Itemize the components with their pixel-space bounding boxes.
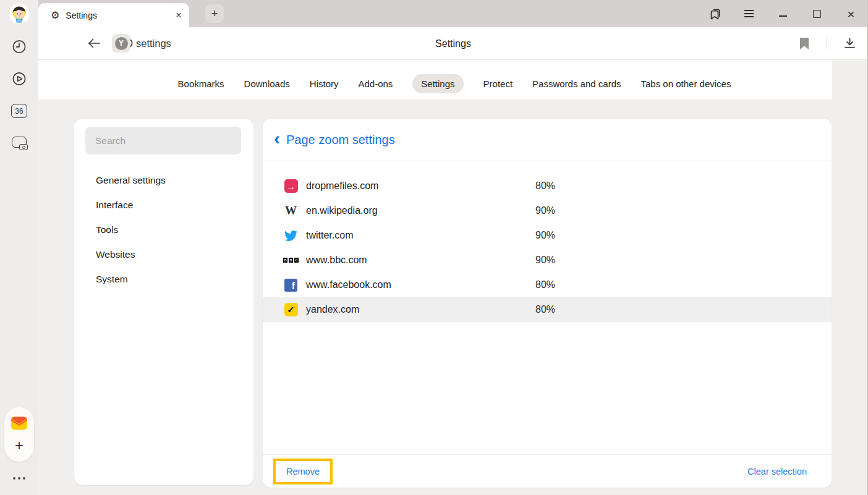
tab-add-ons[interactable]: Add-ons <box>358 78 393 89</box>
yandex-mail-icon[interactable] <box>10 414 28 433</box>
screenshot-camera-icon[interactable] <box>12 137 27 149</box>
window-tab-bar: ⚙ Settings × + × <box>38 0 868 27</box>
tab-close-icon[interactable]: × <box>176 10 182 20</box>
history-clock-icon[interactable] <box>11 38 28 55</box>
site-row-dropmefiles[interactable]: → dropmefiles.com 80% <box>263 174 832 198</box>
tab-settings[interactable]: Settings <box>412 74 463 93</box>
browser-sidebar: 36 + <box>0 0 38 495</box>
sidebar-overflow-menu-icon[interactable] <box>13 477 25 480</box>
wikipedia-w-glyph: W <box>285 204 297 218</box>
settings-sections-panel: General settings Interface Tools Website… <box>74 119 253 485</box>
bbc-logo-icon: B B C <box>284 253 298 268</box>
site-domain: twitter.com <box>306 230 353 241</box>
site-favicon-chip[interactable]: Y <box>112 34 130 53</box>
tab-counter-icon[interactable]: 36 <box>11 104 27 118</box>
downloads-icon[interactable] <box>844 38 856 49</box>
site-domain: yandex.com <box>306 304 359 315</box>
window-maximize-button[interactable] <box>800 0 834 27</box>
page-title: Page zoom settings <box>286 133 395 147</box>
gear-icon: ⚙ <box>51 9 59 21</box>
profile-avatar[interactable] <box>9 3 30 24</box>
remove-button-highlight[interactable]: Remove <box>273 459 333 484</box>
tab-passwords-and-cards[interactable]: Passwords and cards <box>532 78 621 89</box>
tab-bookmarks[interactable]: Bookmarks <box>178 78 224 89</box>
video-play-icon[interactable] <box>11 70 28 87</box>
tab-tabs-on-other-devices[interactable]: Tabs on other devices <box>641 78 731 89</box>
zoom-percent[interactable]: 90% <box>535 205 555 216</box>
window-controls: × <box>698 0 868 27</box>
tab-history[interactable]: History <box>310 78 339 89</box>
site-row-yandex-selected[interactable]: ✓ yandex.com 80% <box>263 297 832 322</box>
browser-toolbar: Y settings Settings <box>38 27 868 60</box>
zoom-footer: Remove Clear selection <box>263 454 832 488</box>
sidebar-item-websites[interactable]: Websites <box>74 242 253 267</box>
settings-nav-tabs: Bookmarks Downloads History Add-ons Sett… <box>38 78 832 89</box>
sidebar-item-interface[interactable]: Interface <box>74 193 253 218</box>
browser-tab-settings[interactable]: ⚙ Settings × <box>38 3 189 27</box>
back-chevron-icon[interactable]: ‹ <box>274 129 286 150</box>
zoom-percent[interactable]: 90% <box>535 230 555 241</box>
sidebar-item-general-settings[interactable]: General settings <box>74 168 253 193</box>
back-button[interactable] <box>87 37 101 49</box>
tab-downloads[interactable]: Downloads <box>244 78 290 89</box>
sidebar-item-tools[interactable]: Tools <box>74 218 253 242</box>
tab-title: Settings <box>66 11 176 20</box>
avatar-girl-icon <box>9 3 30 24</box>
page-zoom-settings-card: ‹ Page zoom settings → dropmefiles.com 8… <box>263 119 832 488</box>
site-row-facebook[interactable]: f www.facebook.com 80% <box>263 273 832 297</box>
bbc-block-c: C <box>294 258 299 263</box>
side-panels-icon[interactable] <box>698 0 732 27</box>
zoom-sites-list: → dropmefiles.com 80% W en.wikipedia.org… <box>263 174 832 322</box>
page-zoom-header: ‹ Page zoom settings <box>263 119 832 161</box>
wikipedia-w-icon: W <box>284 204 298 218</box>
site-row-bbc[interactable]: B B C www.bbc.com 90% <box>263 248 832 273</box>
new-tab-button[interactable]: + <box>205 4 224 23</box>
site-domain: dropmefiles.com <box>306 180 378 192</box>
tab-protect[interactable]: Protect <box>483 78 513 89</box>
bbc-block-b2: B <box>289 258 294 263</box>
remove-button[interactable]: Remove <box>286 467 320 476</box>
yandex-y-favicon: Y <box>119 39 124 48</box>
plus-icon: + <box>211 7 218 20</box>
facebook-f-glyph: f <box>292 281 295 292</box>
site-domain: www.bbc.com <box>306 255 367 266</box>
twitter-bird-icon <box>284 229 298 243</box>
bbc-block-b1: B <box>283 258 288 263</box>
checkmark-glyph: ✓ <box>287 304 295 315</box>
close-icon: × <box>847 7 854 20</box>
sidebar-apps-pill: + <box>4 407 34 462</box>
search-input[interactable] <box>85 127 241 154</box>
window-close-button[interactable]: × <box>834 0 868 27</box>
settings-page: Bookmarks Downloads History Add-ons Sett… <box>38 60 868 495</box>
toolbar-divider <box>827 37 827 50</box>
dropmefiles-arrow-icon: → <box>284 179 298 193</box>
plus-glyph: + <box>15 437 23 454</box>
tab-count-value: 36 <box>15 107 23 116</box>
site-domain: en.wikipedia.org <box>306 205 378 216</box>
settings-sections-list: General settings Interface Tools Website… <box>74 168 253 292</box>
zoom-percent[interactable]: 80% <box>535 180 555 192</box>
window-minimize-button[interactable] <box>766 0 800 27</box>
zoom-percent[interactable]: 90% <box>535 255 555 266</box>
address-bar-text[interactable]: settings <box>136 27 171 60</box>
add-widget-plus-icon[interactable]: + <box>15 437 23 454</box>
right-arrow-glyph: → <box>286 181 296 192</box>
zoom-percent[interactable]: 80% <box>535 279 555 290</box>
zoom-percent[interactable]: 80% <box>535 304 555 315</box>
site-row-twitter[interactable]: twitter.com 90% <box>263 223 832 248</box>
site-row-wikipedia[interactable]: W en.wikipedia.org 90% <box>263 198 832 223</box>
sidebar-item-system[interactable]: System <box>74 267 253 292</box>
clear-selection-link[interactable]: Clear selection <box>747 467 807 476</box>
browser-menu-icon[interactable] <box>732 0 766 27</box>
bookmark-icon[interactable] <box>800 38 809 49</box>
selected-checkbox-icon[interactable]: ✓ <box>284 303 298 317</box>
site-domain: www.facebook.com <box>306 279 391 290</box>
facebook-f-icon: f <box>284 278 298 292</box>
